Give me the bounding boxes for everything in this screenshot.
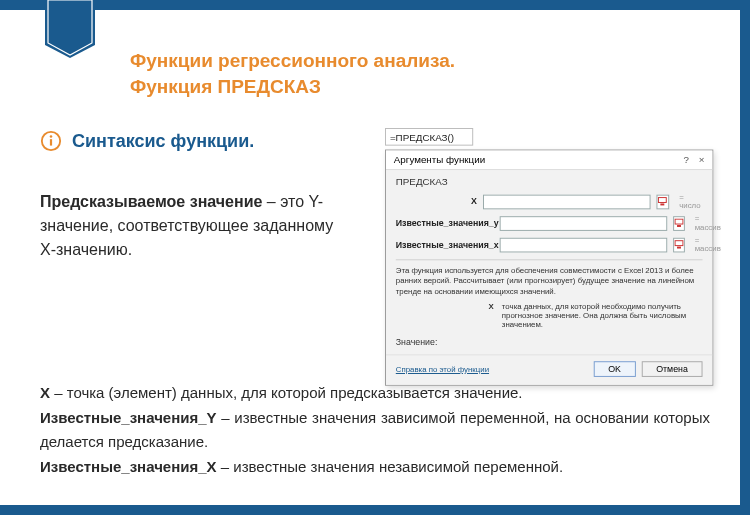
syntax-label-text: Синтаксис функции bbox=[72, 131, 249, 151]
arg-xs-text: – известные значения независимой перемен… bbox=[217, 458, 564, 475]
function-arguments-dialog: =ПРЕДСКАЗ() Аргументы функции ? × ПРЕДСК… bbox=[385, 128, 713, 386]
arg-x-text: – точка (элемент) данных, для которой пр… bbox=[50, 384, 523, 401]
arg-y-label: Известные_значения_Y bbox=[40, 409, 217, 426]
dialog-titlebar: Аргументы функции ? × bbox=[386, 151, 712, 171]
divider bbox=[396, 259, 703, 260]
value-row: Значение: bbox=[396, 337, 703, 347]
arg-input-x[interactable] bbox=[483, 194, 651, 209]
svg-rect-6 bbox=[677, 225, 681, 227]
slide-title: Функции регрессионного анализа. Функция … bbox=[130, 48, 455, 99]
arg-hint-known-x: = массив bbox=[695, 236, 721, 254]
arg-label-known-x: Известные_значения_x bbox=[396, 240, 494, 250]
svg-rect-5 bbox=[675, 219, 683, 224]
svg-rect-4 bbox=[661, 203, 665, 205]
formula-bar[interactable]: =ПРЕДСКАЗ() bbox=[385, 128, 473, 146]
svg-rect-7 bbox=[675, 241, 683, 246]
title-line-2: Функция ПРЕДСКАЗ bbox=[130, 76, 321, 97]
range-picker-icon[interactable] bbox=[673, 216, 685, 231]
frame-top bbox=[0, 0, 750, 10]
arg-label-x: X bbox=[396, 197, 477, 207]
arg-row-known-y: Известные_значения_y = массив bbox=[396, 214, 703, 232]
dialog-title-text: Аргументы функции bbox=[394, 154, 485, 165]
arg-row-x: X = число bbox=[396, 193, 703, 211]
function-help-link[interactable]: Справка по этой функции bbox=[396, 365, 489, 374]
arg-focus-label: X bbox=[396, 303, 494, 312]
arg-xs-label: Известные_значения_X bbox=[40, 458, 217, 475]
arg-focus-text: точка данных, для которой необходимо пол… bbox=[502, 303, 693, 329]
arg-hint-known-y: = массив bbox=[695, 214, 721, 232]
ribbon-bookmark bbox=[45, 0, 95, 60]
help-icon[interactable]: ? bbox=[684, 154, 689, 165]
range-picker-icon[interactable] bbox=[656, 194, 669, 209]
syntax-heading: Синтаксис функции. bbox=[40, 130, 254, 152]
predicted-value-paragraph: Предсказываемое значение – это Y-значени… bbox=[40, 190, 340, 262]
arg-hint-x: = число bbox=[679, 193, 702, 211]
function-name-label: ПРЕДСКАЗ bbox=[396, 176, 703, 187]
arg-input-known-x[interactable] bbox=[500, 237, 668, 252]
argument-definitions: X – точка (элемент) данных, для которой … bbox=[40, 381, 710, 480]
arg-x-label: X bbox=[40, 384, 50, 401]
title-line-1: Функции регрессионного анализа. bbox=[130, 50, 455, 71]
range-picker-icon[interactable] bbox=[673, 237, 685, 252]
argument-focus-description: X точка данных, для которой необходимо п… bbox=[396, 303, 703, 329]
formula-text: =ПРЕДСКАЗ() bbox=[390, 131, 454, 142]
arg-row-known-x: Известные_значения_x = массив bbox=[396, 236, 703, 254]
close-icon[interactable]: × bbox=[699, 154, 705, 165]
function-description: Эта функция используется для обеспечения… bbox=[396, 266, 703, 297]
frame-bottom bbox=[0, 505, 750, 515]
cancel-button[interactable]: Отмена bbox=[641, 361, 702, 377]
arg-label-known-y: Известные_значения_y bbox=[396, 218, 494, 228]
svg-rect-3 bbox=[659, 198, 667, 203]
frame-right bbox=[740, 0, 750, 515]
svg-rect-8 bbox=[677, 247, 681, 249]
info-icon bbox=[40, 130, 62, 152]
svg-rect-1 bbox=[50, 139, 52, 145]
ok-button[interactable]: OK bbox=[593, 361, 635, 377]
predicted-value-term: Предсказываемое значение bbox=[40, 193, 262, 210]
arg-input-known-y[interactable] bbox=[500, 216, 668, 231]
svg-point-2 bbox=[50, 135, 53, 138]
